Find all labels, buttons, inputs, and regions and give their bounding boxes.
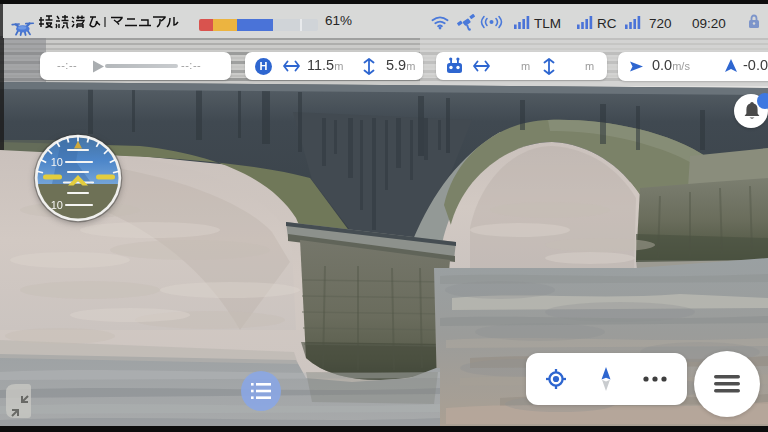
svg-text:10: 10: [51, 156, 63, 168]
svg-text:10: 10: [51, 199, 63, 211]
